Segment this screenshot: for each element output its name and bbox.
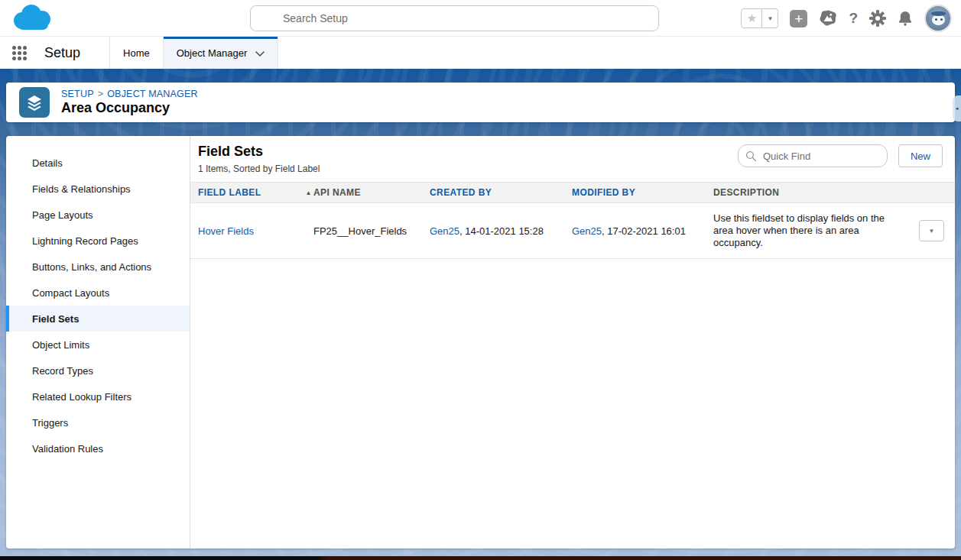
- column-header-created-by[interactable]: CREATED BY: [430, 187, 572, 198]
- quick-find-input[interactable]: [738, 144, 888, 167]
- breadcrumb-setup-link[interactable]: SETUP: [61, 89, 94, 99]
- sidebar-item-compact-layouts[interactable]: Compact Layouts: [6, 280, 190, 306]
- cell-description: Use this fieldset to display fields on t…: [713, 212, 906, 249]
- salesforce-logo-icon[interactable]: [10, 3, 54, 34]
- sidebar-item-label: Record Types: [32, 365, 93, 377]
- avatar-face: [935, 18, 937, 21]
- list-controls: New: [738, 144, 943, 167]
- guidance-center-icon[interactable]: [819, 9, 837, 28]
- cell-modified-by: Gen25, 17-02-2021 16:01: [572, 225, 713, 237]
- table-header-row: FIELD LABEL ▲ API NAME CREATED BY MODIFI…: [190, 182, 955, 203]
- sidebar-item-validation-rules[interactable]: Validation Rules: [6, 435, 190, 461]
- setup-nav-bar: Setup Home Object Manager: [0, 37, 961, 69]
- row-caret-icon: ▼: [929, 228, 935, 235]
- search-setup-input[interactable]: [250, 5, 659, 31]
- side-panel-handle[interactable]: ◄: [953, 95, 961, 121]
- sort-ascending-icon: ▲: [305, 189, 311, 196]
- column-header-field-label[interactable]: FIELD LABEL ▲: [198, 187, 313, 198]
- favorites-dropdown-icon[interactable]: ▼: [762, 8, 778, 28]
- list-subtitle: 1 Items, Sorted by Field Label: [198, 163, 320, 174]
- cell-field-label: Hover Fields: [198, 225, 313, 237]
- user-avatar[interactable]: [924, 5, 952, 32]
- column-label: MODIFIED BY: [572, 187, 635, 198]
- column-header-description: DESCRIPTION: [713, 187, 906, 198]
- list-header: Field Sets 1 Items, Sorted by Field Labe…: [190, 136, 955, 182]
- created-by-user-link[interactable]: Gen25: [430, 225, 459, 237]
- column-label: CREATED BY: [430, 187, 492, 198]
- sidebar-item-page-layouts[interactable]: Page Layouts: [6, 202, 190, 228]
- sidebar-item-label: Compact Layouts: [32, 287, 109, 299]
- setup-gear-icon[interactable]: [869, 10, 886, 27]
- quick-find-wrap: [738, 144, 888, 167]
- sidebar-item-buttons-links-actions[interactable]: Buttons, Links, and Actions: [6, 254, 190, 280]
- breadcrumb: SETUP > OBJECT MANAGER: [61, 89, 198, 99]
- help-icon[interactable]: ?: [849, 10, 858, 27]
- sidebar-item-details[interactable]: Details: [6, 150, 190, 176]
- field-sets-panel: Field Sets 1 Items, Sorted by Field Labe…: [190, 136, 955, 549]
- sidebar-item-label: Field Sets: [32, 313, 79, 325]
- sidebar-item-record-types[interactable]: Record Types: [6, 358, 190, 384]
- field-set-link[interactable]: Hover Fields: [198, 225, 254, 237]
- object-header-card: SETUP > OBJECT MANAGER Area Occupancy: [6, 83, 955, 122]
- tab-object-manager[interactable]: Object Manager: [163, 37, 279, 69]
- object-sidebar: Details Fields & Relationships Page Layo…: [6, 136, 190, 549]
- notifications-bell-icon[interactable]: [898, 10, 913, 27]
- star-glyph: ★: [747, 11, 757, 25]
- column-label: FIELD LABEL: [198, 187, 261, 198]
- favorites-group: ★ ▼: [741, 8, 778, 28]
- sidebar-item-label: Details: [32, 157, 63, 169]
- modified-date: , 17-02-2021 16:01: [602, 225, 686, 237]
- chevron-down-icon: [255, 47, 265, 59]
- column-label: DESCRIPTION: [713, 187, 779, 198]
- sidebar-item-fields-relationships[interactable]: Fields & Relationships: [6, 176, 190, 202]
- new-button[interactable]: New: [898, 144, 943, 167]
- sidebar-item-field-sets[interactable]: Field Sets: [6, 306, 190, 332]
- sidebar-item-label: Validation Rules: [32, 443, 103, 455]
- sidebar-item-label: Fields & Relationships: [32, 183, 131, 195]
- plus-glyph: +: [794, 11, 803, 26]
- quick-create-plus-icon[interactable]: +: [790, 10, 807, 28]
- sidebar-item-label: Related Lookup Filters: [32, 391, 131, 403]
- waffle-grid: [12, 46, 27, 60]
- column-label: API NAME: [313, 187, 361, 198]
- cell-row-actions: ▼: [906, 220, 955, 241]
- object-header-text: SETUP > OBJECT MANAGER Area Occupancy: [61, 89, 198, 116]
- cell-created-by: Gen25, 14-01-2021 15:28: [430, 225, 572, 237]
- list-title: Field Sets: [198, 144, 320, 160]
- table-row: Hover Fields FP25__Hover_Fields Gen25, 1…: [190, 203, 955, 259]
- sidebar-item-related-lookup-filters[interactable]: Related Lookup Filters: [6, 384, 190, 409]
- breadcrumb-separator: >: [98, 89, 104, 99]
- global-header: ★ ▼ + ?: [0, 0, 961, 37]
- column-header-modified-by[interactable]: MODIFIED BY: [572, 187, 713, 198]
- sidebar-item-lightning-record-pages[interactable]: Lightning Record Pages: [6, 228, 190, 254]
- sidebar-item-label: Buttons, Links, and Actions: [32, 261, 151, 273]
- question-glyph: ?: [849, 10, 858, 27]
- favorite-star-icon[interactable]: ★: [741, 8, 762, 28]
- list-title-block: Field Sets 1 Items, Sorted by Field Labe…: [198, 144, 320, 174]
- breadcrumb-object-manager-link[interactable]: OBJECT MANAGER: [107, 89, 198, 99]
- tab-object-manager-label: Object Manager: [177, 47, 248, 59]
- column-header-api-name: API NAME: [313, 187, 430, 198]
- sidebar-item-object-limits[interactable]: Object Limits: [6, 332, 190, 358]
- object-layers-icon: [19, 87, 50, 118]
- object-manager-main: Details Fields & Relationships Page Layo…: [6, 136, 955, 549]
- row-actions-dropdown-button[interactable]: ▼: [919, 220, 944, 241]
- sidebar-item-label: Lightning Record Pages: [32, 235, 138, 247]
- sidebar-item-triggers[interactable]: Triggers: [6, 409, 190, 435]
- tab-home-label: Home: [123, 47, 150, 59]
- sidebar-item-label: Page Layouts: [32, 209, 93, 221]
- caret-glyph: ▼: [767, 15, 773, 22]
- modified-by-user-link[interactable]: Gen25: [572, 225, 602, 237]
- tab-home[interactable]: Home: [109, 37, 163, 69]
- app-name: Setup: [38, 37, 109, 69]
- app-launcher-icon[interactable]: [0, 37, 38, 69]
- global-actions: ★ ▼ + ?: [741, 5, 952, 31]
- page-title: Area Occupancy: [61, 100, 198, 116]
- created-date: , 14-01-2021 15:28: [459, 225, 544, 237]
- sidebar-item-label: Object Limits: [32, 339, 89, 351]
- cell-api-name: FP25__Hover_Fields: [313, 225, 430, 237]
- sidebar-item-label: Triggers: [32, 417, 68, 429]
- handle-arrow-glyph: ◄: [955, 106, 959, 111]
- screen-bottom-edge: [0, 556, 961, 560]
